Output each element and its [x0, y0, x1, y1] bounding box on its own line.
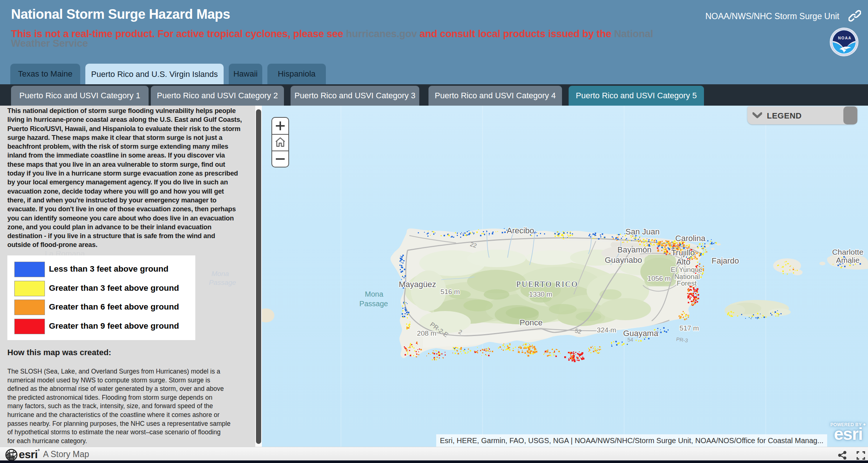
svg-text:Alto: Alto [676, 257, 690, 266]
svg-text:Arecibo: Arecibo [507, 226, 534, 235]
svg-text:54: 54 [627, 337, 633, 343]
svg-text:208 m: 208 m [417, 329, 437, 337]
svg-text:El Yunque: El Yunque [671, 266, 702, 273]
svg-text:1330 m: 1330 m [529, 290, 552, 298]
svg-text:Fajardo: Fajardo [712, 256, 739, 265]
svg-text:Guaynabo: Guaynabo [605, 255, 642, 265]
svg-text:Charlotte: Charlotte [832, 248, 863, 256]
svg-text:San Juan: San Juan [626, 227, 660, 236]
svg-text:Forest: Forest [677, 279, 697, 287]
svg-text:Trujillo: Trujillo [671, 248, 695, 257]
svg-text:Bayamón: Bayamón [618, 245, 652, 254]
svg-text:1056 m: 1056 m [647, 275, 670, 282]
svg-text:324 m: 324 m [597, 326, 616, 334]
svg-text:517 m: 517 m [680, 324, 699, 332]
svg-text:Carolina: Carolina [675, 234, 706, 243]
svg-text:NOAA: NOAA [838, 35, 851, 40]
svg-text:Amalie: Amalie [836, 256, 860, 264]
svg-text:PUERTO RICO: PUERTO RICO [516, 280, 578, 289]
svg-text:Mayagüez: Mayagüez [399, 280, 436, 289]
svg-text:Ponce: Ponce [520, 318, 542, 327]
svg-text:516 m: 516 m [441, 288, 460, 296]
svg-text:Passage: Passage [359, 300, 388, 308]
svg-text:Mona: Mona [365, 290, 384, 298]
